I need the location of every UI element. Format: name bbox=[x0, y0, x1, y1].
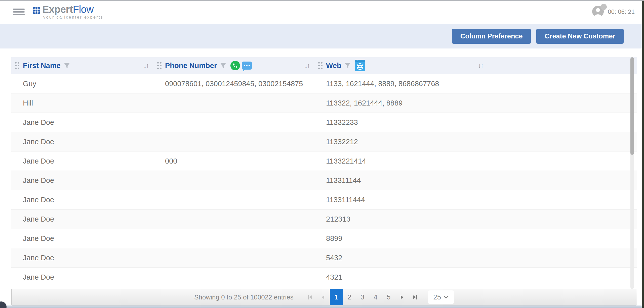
cell-web: 8899 bbox=[314, 234, 488, 243]
table-row[interactable]: Jane Doe11332233 bbox=[11, 113, 637, 132]
table-row[interactable]: Jane Doe4321 bbox=[11, 268, 637, 287]
sort-icon[interactable]: ↓↑ bbox=[304, 62, 309, 70]
filter-icon[interactable] bbox=[220, 63, 226, 69]
brand-flow: Flow bbox=[73, 4, 94, 15]
expertflow-logo: ExpertFlow your callcenter experts bbox=[33, 4, 103, 20]
page-size-value: 25 bbox=[433, 293, 441, 301]
cell-first-name: Jane Doe bbox=[11, 273, 153, 281]
pagination: 1 2 3 4 5 bbox=[304, 289, 421, 305]
table-row[interactable]: Hill113322, 1621444, 8889 bbox=[11, 93, 637, 113]
column-header-spacer bbox=[488, 57, 637, 74]
table-footer: Showing 0 to 25 of 100022 entries 1 2 3 … bbox=[11, 289, 637, 305]
cell-first-name: Hill bbox=[11, 99, 153, 107]
page-button-3[interactable]: 3 bbox=[356, 289, 369, 305]
window-right-edge bbox=[642, 0, 644, 308]
column-header-phone-number[interactable]: Phone Number ↓↑ bbox=[153, 57, 314, 74]
cell-web: 212313 bbox=[314, 215, 488, 223]
table-body: Guy090078601, 030012459845, 030021548751… bbox=[11, 74, 637, 287]
drag-handle-icon[interactable] bbox=[15, 62, 19, 69]
table-row[interactable]: Jane Doe1133111444 bbox=[11, 190, 637, 210]
web-browser-icon bbox=[355, 60, 365, 71]
cell-first-name: Jane Doe bbox=[11, 234, 153, 243]
table-row[interactable]: Jane Doe5432 bbox=[11, 248, 637, 268]
brand-expert: Expert bbox=[42, 4, 73, 15]
cell-web: 5432 bbox=[314, 254, 488, 262]
action-toolbar: Column Preference Create New Customer bbox=[0, 24, 642, 48]
cell-first-name: Jane Doe bbox=[11, 176, 153, 185]
brand-name: ExpertFlow bbox=[42, 4, 103, 14]
filter-icon[interactable] bbox=[344, 63, 351, 69]
cell-first-name: Jane Doe bbox=[11, 215, 153, 223]
sort-icon[interactable]: ↓↑ bbox=[478, 62, 483, 70]
avatar-status-badge bbox=[600, 4, 607, 10]
table-header-row: First Name ↓↑ Phone Number ↓↑ Web bbox=[11, 57, 637, 74]
logo-dots-icon bbox=[33, 7, 40, 14]
chevron-down-icon bbox=[444, 296, 449, 299]
cell-web: 113311144 bbox=[314, 176, 488, 185]
window-corner bbox=[0, 301, 7, 308]
cell-first-name: Jane Doe bbox=[11, 118, 153, 127]
cell-first-name: Jane Doe bbox=[11, 157, 153, 165]
session-timer: 00: 06: 21 bbox=[608, 8, 635, 15]
sort-icon[interactable]: ↓↑ bbox=[143, 62, 148, 70]
page-button-4[interactable]: 4 bbox=[369, 289, 382, 305]
column-header-first-name[interactable]: First Name ↓↑ bbox=[11, 57, 153, 74]
table-row[interactable]: Jane Doe212313 bbox=[11, 210, 637, 229]
cell-web: 1133, 1621444, 8889, 8686867768 bbox=[314, 80, 488, 88]
page-size-select[interactable]: 25 bbox=[428, 290, 454, 304]
create-new-customer-button[interactable]: Create New Customer bbox=[536, 29, 624, 44]
cell-first-name: Guy bbox=[11, 80, 153, 88]
table-row[interactable]: Jane Doe11332212 bbox=[11, 132, 637, 151]
cell-first-name: Jane Doe bbox=[11, 254, 153, 262]
table-row[interactable]: Jane Doe0001133221414 bbox=[11, 151, 637, 171]
column-label: Phone Number bbox=[165, 62, 217, 70]
drag-handle-icon[interactable] bbox=[157, 62, 162, 69]
top-bar: ExpertFlow your callcenter experts 00: 0… bbox=[0, 1, 642, 23]
whatsapp-icon bbox=[230, 61, 240, 70]
vertical-scrollbar[interactable] bbox=[630, 57, 634, 289]
cell-web: 1133111444 bbox=[314, 196, 488, 204]
page-button-2[interactable]: 2 bbox=[343, 289, 356, 305]
brand-tagline: your callcenter experts bbox=[42, 15, 103, 20]
page-button-5[interactable]: 5 bbox=[382, 289, 395, 305]
showing-entries-text: Showing 0 to 25 of 100022 entries bbox=[194, 293, 294, 301]
cell-first-name: Jane Doe bbox=[11, 138, 153, 146]
user-avatar[interactable] bbox=[592, 6, 604, 18]
cell-web: 4321 bbox=[314, 273, 488, 281]
cell-web: 11332212 bbox=[314, 138, 488, 146]
column-label: Web bbox=[326, 62, 341, 70]
cell-web: 11332233 bbox=[314, 118, 488, 127]
filter-icon[interactable] bbox=[64, 63, 70, 69]
hamburger-menu-icon[interactable] bbox=[13, 9, 25, 15]
cell-phone-number: 000 bbox=[153, 157, 314, 165]
table-row[interactable]: Jane Doe113311144 bbox=[11, 171, 637, 190]
column-preference-button[interactable]: Column Preference bbox=[452, 29, 531, 44]
cell-web: 113322, 1621444, 8889 bbox=[314, 99, 488, 107]
previous-page-button[interactable] bbox=[317, 289, 330, 305]
page-bottom-strip bbox=[0, 305, 642, 308]
column-label: First Name bbox=[23, 62, 61, 70]
column-header-web[interactable]: Web ↓↑ bbox=[314, 57, 488, 74]
cell-web: 1133221414 bbox=[314, 157, 488, 165]
next-page-button[interactable] bbox=[395, 289, 408, 305]
scrollbar-thumb[interactable] bbox=[630, 57, 634, 155]
table-row[interactable]: Guy090078601, 030012459845, 030021548751… bbox=[11, 74, 637, 93]
table-row[interactable]: Jane Doe8899 bbox=[11, 229, 637, 248]
sms-icon bbox=[242, 62, 252, 70]
window-top-edge bbox=[0, 0, 644, 1]
cell-phone-number: 090078601, 030012459845, 03002154875 bbox=[153, 80, 314, 88]
page-button-1[interactable]: 1 bbox=[330, 289, 343, 305]
customers-table: First Name ↓↑ Phone Number ↓↑ Web bbox=[11, 57, 637, 287]
drag-handle-icon[interactable] bbox=[318, 62, 323, 69]
cell-first-name: Jane Doe bbox=[11, 196, 153, 204]
last-page-button[interactable] bbox=[408, 289, 421, 305]
first-page-button[interactable] bbox=[304, 289, 317, 305]
